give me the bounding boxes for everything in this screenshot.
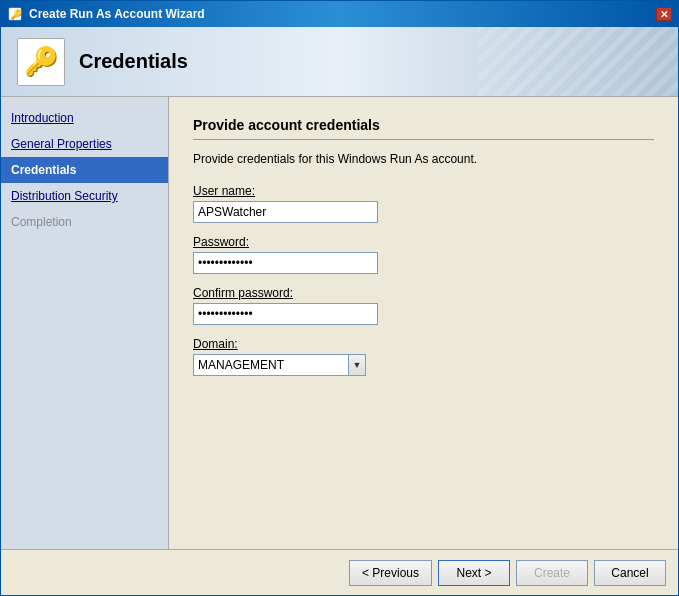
- sidebar-item-distribution-security[interactable]: Distribution Security: [1, 183, 168, 209]
- header-bg-pattern: [478, 27, 678, 96]
- confirm-password-group: Confirm password:: [193, 286, 654, 325]
- main-content: Provide account credentials Provide cred…: [169, 97, 678, 549]
- header-icon-wrap: 🔑: [17, 38, 65, 86]
- body: Introduction General Properties Credenti…: [1, 97, 678, 549]
- domain-input[interactable]: [193, 354, 348, 376]
- sidebar-item-credentials[interactable]: Credentials: [1, 157, 168, 183]
- domain-dropdown-button[interactable]: ▼: [348, 354, 366, 376]
- section-desc: Provide credentials for this Windows Run…: [193, 152, 654, 166]
- username-group: User name:: [193, 184, 654, 223]
- sidebar: Introduction General Properties Credenti…: [1, 97, 169, 549]
- sidebar-item-introduction[interactable]: Introduction: [1, 105, 168, 131]
- svg-text:🔑: 🔑: [10, 8, 23, 21]
- username-input[interactable]: [193, 201, 378, 223]
- domain-row: ▼: [193, 354, 654, 376]
- cancel-button[interactable]: Cancel: [594, 560, 666, 586]
- header-title: Credentials: [79, 50, 188, 73]
- section-title: Provide account credentials: [193, 117, 654, 133]
- previous-button[interactable]: < Previous: [349, 560, 432, 586]
- next-button[interactable]: Next >: [438, 560, 510, 586]
- domain-label: Domain:: [193, 337, 654, 351]
- dialog-window: 🔑 Create Run As Account Wizard ✕ 🔑 Crede…: [0, 0, 679, 596]
- domain-group: Domain: ▼: [193, 337, 654, 376]
- credentials-icon: 🔑: [24, 45, 59, 78]
- confirm-password-label: Confirm password:: [193, 286, 654, 300]
- wizard-title-icon: 🔑: [7, 6, 23, 22]
- password-label: Password:: [193, 235, 654, 249]
- title-bar-left: 🔑 Create Run As Account Wizard: [7, 6, 205, 22]
- password-group: Password:: [193, 235, 654, 274]
- password-input[interactable]: [193, 252, 378, 274]
- section-divider: [193, 139, 654, 140]
- create-button[interactable]: Create: [516, 560, 588, 586]
- sidebar-item-completion: Completion: [1, 209, 168, 235]
- header-band: 🔑 Credentials: [1, 27, 678, 97]
- confirm-password-input[interactable]: [193, 303, 378, 325]
- username-label: User name:: [193, 184, 654, 198]
- footer: < Previous Next > Create Cancel: [1, 549, 678, 595]
- sidebar-item-general-properties[interactable]: General Properties: [1, 131, 168, 157]
- title-bar: 🔑 Create Run As Account Wizard ✕: [1, 1, 678, 27]
- title-bar-text: Create Run As Account Wizard: [29, 7, 205, 21]
- close-button[interactable]: ✕: [656, 7, 672, 21]
